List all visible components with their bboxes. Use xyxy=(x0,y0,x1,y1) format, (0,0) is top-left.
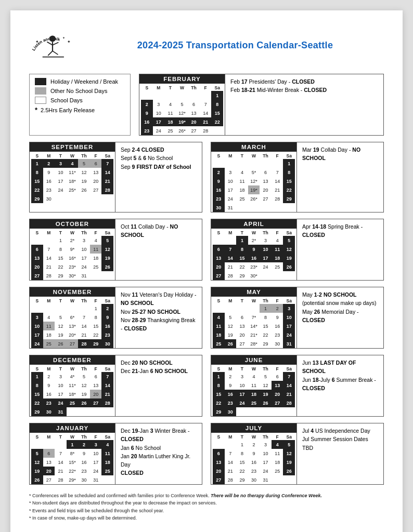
dow-Sa: Sa xyxy=(211,85,223,91)
cal-day-22: 22 xyxy=(55,262,67,271)
cal-empty xyxy=(43,304,55,313)
dow-W: W xyxy=(67,153,79,159)
cal-grid-december: SMTWThFSa1234*567891011*12131415161718*1… xyxy=(30,365,115,416)
cal-day-14: 14 xyxy=(101,381,113,390)
note-line: May 1-2 NO SCHOOL (potential snow make u… xyxy=(302,290,378,308)
cal-empty xyxy=(225,159,237,168)
note-line: Oct 11 Collab Day - NO SCHOOL xyxy=(121,222,197,240)
cal-day-2: 2 xyxy=(225,372,237,381)
cal-day-15: 15 xyxy=(31,390,43,398)
cal-day-9: 9 xyxy=(78,449,90,458)
dow-T: T xyxy=(55,153,67,159)
cal-day-10: 10 xyxy=(260,449,272,458)
cal-day-28: 28 xyxy=(225,271,237,280)
feb-note-1: Feb 17 Presidents' Day - CLOSED xyxy=(230,77,378,86)
cal-day-30: 30 xyxy=(43,194,55,203)
cal-day-2: 2 xyxy=(213,168,225,177)
cal-day-3: 3 xyxy=(260,440,272,449)
dow-T: T xyxy=(164,85,176,91)
dow-Th: Th xyxy=(260,298,272,304)
cal-empty xyxy=(55,440,67,449)
cal-day-12: 12 xyxy=(260,381,272,390)
cal-day-27: 27 xyxy=(188,126,200,135)
cal-day-6: 6 xyxy=(31,245,43,254)
cal-empty xyxy=(67,304,79,313)
page: Listen and Talk ✦ ✦ ✦ 2024- xyxy=(10,10,403,532)
cal-day-12: 12 xyxy=(55,322,67,330)
cal-day-24: 24 xyxy=(153,126,165,135)
cal-day-25: 25 xyxy=(164,126,176,135)
main-title: 2024-2025 Transportation Calendar-Seattl… xyxy=(86,40,384,51)
cal-day-21: 21 xyxy=(283,390,295,398)
cal-day-10: 10 xyxy=(90,449,102,458)
logo-area: Listen and Talk ✦ ✦ ✦ xyxy=(29,26,86,64)
cal-header-march: MARCH xyxy=(211,142,296,152)
dow-W: W xyxy=(248,298,260,304)
cal-day-20: 20* xyxy=(67,330,79,339)
cal-day-13: 13 xyxy=(213,458,225,467)
cal-day-23: 23 xyxy=(43,185,55,194)
cal-day-20: 20 xyxy=(43,467,55,475)
legend-feb-row: Holiday / Weekend / Break Other No Schoo… xyxy=(29,74,384,136)
title-area: 2024-2025 Transportation Calendar-Seattl… xyxy=(86,40,384,51)
dow-Sa: Sa xyxy=(101,230,113,236)
cal-day-9: 9 xyxy=(272,313,283,322)
cal-grid-september: SMTWThFSa1234567891011*12131415161718*19… xyxy=(30,152,115,203)
cal-day-1: 1 xyxy=(67,440,79,449)
dow-F: F xyxy=(272,153,283,159)
cal-day-6: 6 xyxy=(213,449,225,458)
cal-day-4: 4* xyxy=(67,372,79,381)
cal-day-13: 13 xyxy=(188,109,200,117)
legend-box: Holiday / Weekend / Break Other No Schoo… xyxy=(29,74,131,136)
cal-empty xyxy=(176,91,188,100)
cal-day-8: 8 xyxy=(283,168,295,177)
cal-day-28: 28 xyxy=(43,271,55,280)
note-line: May 26 Memorial Day - CLOSED xyxy=(302,308,378,325)
cal-day-3: 3 xyxy=(153,100,165,109)
dow-S: S xyxy=(31,434,43,440)
cal-day-26: 26 xyxy=(78,185,90,194)
cal-day-20: 20 xyxy=(213,467,225,475)
svg-line-6 xyxy=(47,42,53,45)
dow-T: T xyxy=(236,298,248,304)
cal-day-11: 11* xyxy=(67,168,79,177)
cal-day-24: 24 xyxy=(236,398,248,407)
cal-day-28: 28 xyxy=(101,185,113,194)
cal-day-16: 16 xyxy=(225,390,237,398)
cal-day-23: 23 xyxy=(43,398,55,407)
cal-day-29: 29* xyxy=(67,475,79,484)
cal-day-27: 27 xyxy=(236,339,248,348)
cal-day-30: 30* xyxy=(248,271,260,280)
feb-notes: Feb 17 Presidents' Day - CLOSED Feb 18-2… xyxy=(225,74,383,135)
cal-day-12: 12* xyxy=(248,177,260,185)
cal-day-29: 29 xyxy=(90,339,102,348)
star-icon: * xyxy=(35,106,37,114)
cal-day-23: 23 xyxy=(101,330,113,339)
cal-day-15: 15 xyxy=(55,254,67,262)
dow-Sa: Sa xyxy=(101,434,113,440)
dow-M: M xyxy=(43,434,55,440)
note-line: Sept 5 & 6 No School xyxy=(121,154,197,162)
dow-W: W xyxy=(67,434,79,440)
cal-day-10: 10 xyxy=(153,109,165,117)
cal-day-17: 17 xyxy=(153,117,165,126)
cal-empty xyxy=(78,304,90,313)
cal-day-13: 13 xyxy=(260,177,272,185)
cal-day-26: 26 xyxy=(260,398,272,407)
cal-day-17: 17 xyxy=(225,185,237,194)
cal-day-13: 13 xyxy=(31,254,43,262)
cal-day-14: 14 xyxy=(55,458,67,467)
cal-day-29: 29 xyxy=(31,407,43,416)
cal-day-16: 16 xyxy=(272,322,283,330)
cal-day-14: 14 xyxy=(225,254,237,262)
dow-F: F xyxy=(272,230,283,236)
dow-W: W xyxy=(67,230,79,236)
dow-W: W xyxy=(176,85,188,91)
cal-day-9: 9 xyxy=(43,381,55,390)
cal-day-4: 4 xyxy=(101,440,113,449)
cal-day-1: 1 xyxy=(31,159,43,168)
cal-day-5: 5 xyxy=(283,440,295,449)
cal-day-7: 7* xyxy=(248,313,260,322)
cal-day-7: 7 xyxy=(55,449,67,458)
cal-day-23: 23* xyxy=(248,262,260,271)
